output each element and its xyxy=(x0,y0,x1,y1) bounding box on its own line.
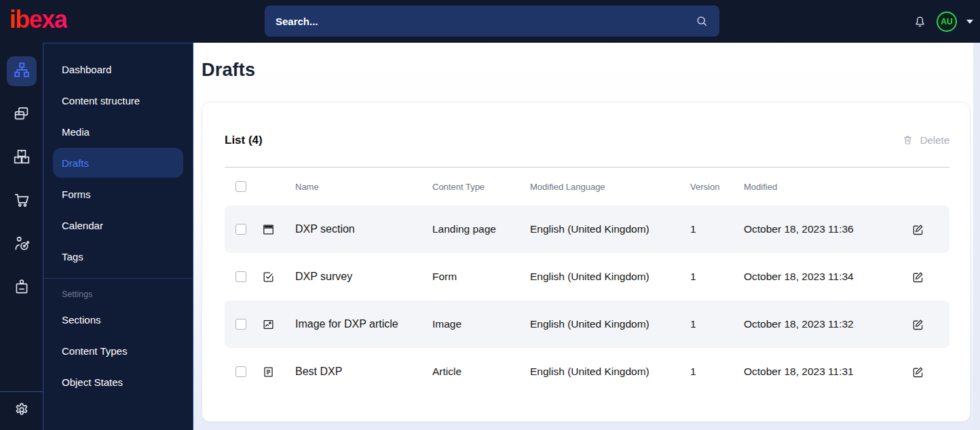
settings-section-label: Settings xyxy=(43,284,193,303)
sidebar-item-calendar[interactable]: Calendar xyxy=(53,210,183,240)
sidebar-item-tags[interactable]: Tags xyxy=(53,241,183,271)
id-badge-icon xyxy=(13,278,31,298)
row-checkbox[interactable] xyxy=(235,366,246,377)
drafts-card: List (4) Delete Name xyxy=(202,102,970,422)
cart-icon xyxy=(13,191,31,212)
row-checkbox[interactable] xyxy=(235,224,246,235)
col-header-modified-language: Modified Language xyxy=(530,182,690,192)
edit-draft-button[interactable] xyxy=(911,270,949,284)
cell-version: 1 xyxy=(690,223,744,235)
edit-draft-button[interactable] xyxy=(911,317,949,332)
cell-language: English (United Kingdom) xyxy=(530,366,690,378)
cell-name[interactable]: Best DXP xyxy=(295,366,432,378)
rail-item-pages[interactable] xyxy=(7,100,37,130)
table-row[interactable]: DXP survey Form English (United Kingdom)… xyxy=(225,253,949,300)
pages-icon xyxy=(13,105,30,125)
sidebar-item-sections[interactable]: Sections xyxy=(53,305,183,334)
table-row[interactable]: Best DXP Article English (United Kingdom… xyxy=(225,348,949,395)
sidebar-item-content-types[interactable]: Content Types xyxy=(53,336,183,366)
sidebar-item-content-structure[interactable]: Content structure xyxy=(53,85,183,115)
cell-content-type: Article xyxy=(432,366,530,378)
sitemap-icon xyxy=(13,61,31,81)
delete-label: Delete xyxy=(920,134,949,146)
rail-item-products[interactable] xyxy=(7,143,37,173)
article-icon xyxy=(262,366,295,378)
col-header-content-type: Content Type xyxy=(432,182,530,192)
cell-content-type: Form xyxy=(432,271,530,283)
chevron-down-icon[interactable] xyxy=(966,20,973,24)
edit-draft-button[interactable] xyxy=(911,365,949,379)
global-search-bar[interactable] xyxy=(265,5,719,37)
cell-content-type: Image xyxy=(432,318,530,330)
cell-modified: October 18, 2023 11:32 xyxy=(744,318,911,330)
col-header-name: Name xyxy=(295,182,432,192)
cell-version: 1 xyxy=(690,271,744,283)
cell-modified: October 18, 2023 11:36 xyxy=(744,223,911,235)
avatar[interactable]: AU xyxy=(937,12,957,32)
cell-name[interactable]: DXP section xyxy=(295,223,432,235)
sidebar-item-drafts[interactable]: Drafts xyxy=(53,148,183,178)
cell-name[interactable]: Image for DXP article xyxy=(295,318,432,330)
sidebar-item-media[interactable]: Media xyxy=(53,117,183,146)
cell-name[interactable]: DXP survey xyxy=(295,271,432,283)
col-header-modified: Modified xyxy=(744,182,911,192)
search-input[interactable] xyxy=(276,16,695,27)
delete-button[interactable]: Delete xyxy=(902,134,949,146)
sidebar-item-object-states[interactable]: Object States xyxy=(53,367,183,397)
search-icon[interactable] xyxy=(695,14,709,28)
gear-icon xyxy=(13,401,31,421)
cell-modified: October 18, 2023 11:34 xyxy=(744,271,911,283)
row-checkbox[interactable] xyxy=(235,271,246,282)
table-row[interactable]: Image for DXP article Image English (Uni… xyxy=(225,300,949,348)
col-header-version: Version xyxy=(690,182,744,192)
rail-item-commerce[interactable] xyxy=(7,187,37,216)
table-row[interactable]: DXP section Landing page English (United… xyxy=(225,206,949,253)
ibexa-logo[interactable]: ibexa xyxy=(10,7,67,36)
cell-version: 1 xyxy=(690,366,744,378)
cell-version: 1 xyxy=(690,318,744,330)
main-content: Drafts List (4) Delete xyxy=(193,43,980,430)
topbar: ibexa AU xyxy=(0,0,980,43)
cell-modified: October 18, 2023 11:31 xyxy=(744,366,911,378)
sidebar-item-forms[interactable]: Forms xyxy=(53,179,183,209)
list-title: List (4) xyxy=(225,134,263,147)
cell-content-type: Landing page xyxy=(432,223,530,235)
page-title: Drafts xyxy=(202,60,980,81)
product-boxes-icon xyxy=(13,148,31,168)
drafts-table: Name Content Type Modified Language Vers… xyxy=(225,167,949,395)
rail-bottom xyxy=(0,391,43,430)
landing-page-icon xyxy=(262,223,295,236)
topbar-actions: AU xyxy=(913,0,973,43)
edit-draft-button[interactable] xyxy=(911,222,949,237)
sidebar-item-dashboard[interactable]: Dashboard xyxy=(53,54,183,84)
cell-language: English (United Kingdom) xyxy=(530,223,690,235)
cell-language: English (United Kingdom) xyxy=(530,318,690,330)
icon-rail xyxy=(0,43,43,430)
select-all-checkbox[interactable] xyxy=(235,181,246,192)
list-header: List (4) Delete xyxy=(225,102,949,167)
personalization-target-icon xyxy=(13,235,31,255)
form-icon xyxy=(262,271,295,284)
rail-item-content[interactable] xyxy=(7,56,37,86)
scrollbar[interactable] xyxy=(973,43,980,430)
sidebar: Dashboard Content structure Media Drafts… xyxy=(43,43,193,430)
bell-icon[interactable] xyxy=(913,14,927,28)
rail-item-admin[interactable] xyxy=(7,396,37,426)
image-icon xyxy=(262,318,295,331)
cell-language: English (United Kingdom) xyxy=(530,271,690,283)
sidebar-divider xyxy=(43,278,193,279)
table-header-row: Name Content Type Modified Language Vers… xyxy=(225,168,949,206)
rail-item-personalization[interactable] xyxy=(7,230,37,260)
trash-icon xyxy=(902,134,913,146)
row-checkbox[interactable] xyxy=(235,319,246,330)
rail-item-corporate[interactable] xyxy=(7,273,37,303)
